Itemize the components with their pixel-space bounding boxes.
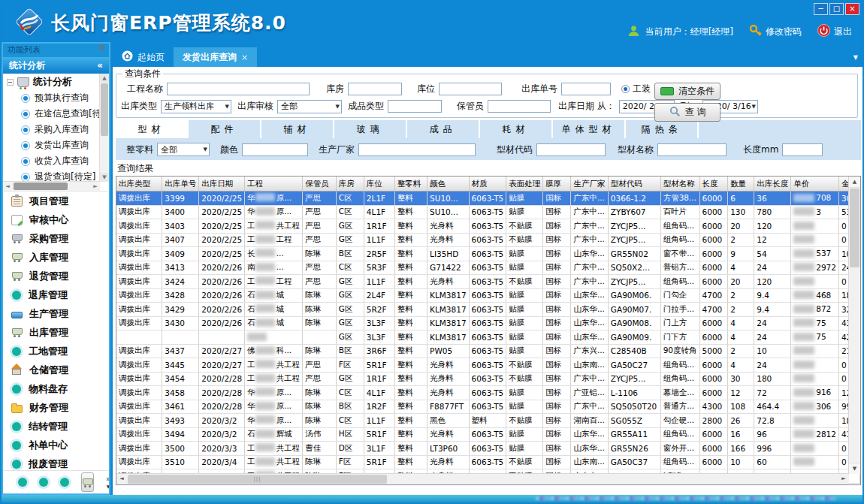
color-input[interactable]: [242, 143, 308, 156]
scroll-thumb[interactable]: [14, 183, 68, 190]
sidebar-menu-item[interactable]: 仓储管理: [3, 361, 109, 379]
scroll-thumb[interactable]: [850, 189, 859, 267]
audit-select[interactable]: 全部▼: [277, 100, 342, 113]
column-header[interactable]: 生产厂家: [571, 177, 608, 192]
tree-horizontal-scrollbar[interactable]: ◄ ►: [3, 181, 100, 191]
table-row[interactable]: 调拨出库34002020/2/25华原...严思C区4L1F整料SU10...6…: [116, 205, 860, 219]
more-modules-button[interactable]: » ▼: [106, 475, 110, 490]
scroll-up-icon[interactable]: ▲: [100, 74, 109, 83]
table-row[interactable]: 调拨出库34092020/2/25长...陈琳B区2R5F整料LI35HD606…: [116, 247, 860, 261]
close-button[interactable]: ×: [845, 3, 859, 15]
sidebar-menu-item[interactable]: 审核中心: [3, 210, 109, 229]
keeper-input[interactable]: [488, 100, 551, 113]
module-dot-icon[interactable]: [39, 478, 48, 487]
sidebar-menu-item[interactable]: 入库管理: [3, 248, 109, 267]
sidebar-menu-item[interactable]: 退货管理: [3, 267, 109, 285]
scroll-right-icon[interactable]: ►: [91, 182, 100, 191]
pin-icon[interactable]: [98, 44, 104, 57]
cart-module-button[interactable]: [81, 472, 94, 492]
table-row[interactable]: 调拨出库33992020/2/25华原...严思C区2L1F整料SU10...6…: [116, 192, 860, 206]
scroll-left-icon[interactable]: ◄: [116, 474, 127, 484]
table-row[interactable]: 调拨出库34292020/2/26石城陈琳G区5R2F整料KLM38176063…: [116, 303, 860, 317]
column-header[interactable]: 长度: [699, 177, 728, 192]
scroll-left-icon[interactable]: ◄: [3, 182, 12, 191]
tree-item[interactable]: 预算执行查询: [3, 90, 109, 106]
tree-vertical-scrollbar[interactable]: ▲ ▼: [99, 74, 109, 182]
column-header[interactable]: 膜厚: [543, 177, 571, 192]
scroll-down-icon[interactable]: ▼: [100, 173, 109, 182]
whole-piece-select[interactable]: 全部▼: [157, 143, 210, 156]
table-row[interactable]: 调拨出库34372020/2/27佛科...陈琳B区3R6F整料PW056063…: [116, 344, 860, 358]
column-header[interactable]: 型材代码: [608, 177, 660, 192]
column-header[interactable]: 材质: [469, 177, 506, 192]
column-header[interactable]: 库房: [336, 177, 364, 192]
sidebar-menu-item[interactable]: 生产管理: [3, 304, 109, 323]
material-tab[interactable]: 辅材: [261, 120, 334, 138]
material-tab[interactable]: 玻璃: [334, 120, 407, 138]
table-row[interactable]: 调拨出库34032020/2/25工共工程严思G区1R1F整料光身料6063-T…: [116, 219, 860, 234]
logout-button[interactable]: 退出: [817, 24, 852, 39]
scroll-down-icon[interactable]: ▼: [849, 463, 860, 474]
scroll-up-icon[interactable]: ▲: [849, 177, 860, 188]
column-header[interactable]: 出库类型: [116, 177, 162, 192]
table-row[interactable]: 调拨出库34582020/2/28华原...陈琳C区4L1F整料光身料6063-…: [116, 386, 860, 400]
sidebar-menu-item[interactable]: 补单中心: [3, 436, 109, 454]
sidebar-menu-item[interactable]: 报废管理: [3, 454, 109, 470]
sidebar-menu-item[interactable]: 财务管理: [3, 398, 109, 417]
column-header[interactable]: 整零料: [394, 177, 427, 192]
column-header[interactable]: 颜色: [427, 177, 470, 192]
table-horizontal-scrollbar[interactable]: ◄ ||| ►: [116, 473, 849, 484]
table-row[interactable]: 调拨出库34132020/2/26南...严思C区5R3F整料G71422606…: [116, 261, 860, 275]
manufacturer-input[interactable]: [358, 143, 476, 156]
tab-home[interactable]: 起始页: [113, 47, 174, 67]
change-password-button[interactable]: 修改密码: [749, 24, 802, 39]
sidebar-menu-item[interactable]: 结转管理: [3, 417, 109, 436]
table-row[interactable]: 调拨出库34942020/3/2石辉城汤伟H区5R1F整料光身料6063-T5贴…: [116, 427, 860, 442]
profile-code-input[interactable]: [536, 143, 606, 156]
maximize-button[interactable]: □: [829, 3, 844, 15]
column-header[interactable]: 型材名称: [660, 177, 699, 192]
tree-item[interactable]: 收货入库查询: [3, 153, 109, 169]
tree-root-node[interactable]: 统计分析: [3, 74, 109, 90]
column-header[interactable]: 表面处理: [506, 177, 543, 192]
table-row[interactable]: 调拨出库34242020/2/26工工程严思G区1L1F整料光身料6063-T5…: [116, 275, 860, 289]
column-header[interactable]: 保管员: [303, 177, 337, 192]
tree-item[interactable]: 发货出库查询: [3, 137, 109, 153]
material-tab[interactable]: 单体型材: [553, 120, 626, 138]
order-no-input[interactable]: [561, 83, 611, 95]
tab-close-icon[interactable]: ×: [241, 53, 248, 62]
table-row[interactable]: 调拨出库34932020/3/2华原...陈琳C区1L1F整料黑色塑料不贴膜国标…: [116, 414, 860, 428]
sidebar-menu-item[interactable]: 出库管理: [3, 323, 109, 342]
out-type-select[interactable]: 生产领料出库▼: [161, 100, 231, 113]
table-row[interactable]: 调拨出库34302020/2/26石城陈琳G区3L3F整料KLM38176063…: [116, 316, 860, 330]
profile-name-input[interactable]: [657, 143, 727, 156]
module-dot-icon[interactable]: [18, 478, 27, 487]
table-row[interactable]: 调拨出库34282020/2/26石城陈琳G区2L4F整料KLM38176063…: [116, 288, 860, 303]
scroll-thumb[interactable]: |||: [128, 475, 387, 484]
table-row[interactable]: 调拨出库34542020/2/28工共工程严思G区1R1F整料光身料6063-T…: [116, 372, 860, 386]
column-header[interactable]: 工程: [245, 177, 303, 192]
material-tab[interactable]: 隔热条: [626, 120, 699, 138]
tab-overflow-icon[interactable]: ▼: [853, 54, 858, 61]
table-row[interactable]: 调拨出库35102020/3/4工共工程陈琳F区5R1F整料光身料6063-T5…: [116, 455, 860, 469]
project-name-input[interactable]: [167, 83, 310, 95]
column-header[interactable]: 出库长度: [754, 177, 791, 192]
tab-shipping-query[interactable]: 发货出库查询 ×: [174, 47, 257, 67]
sidebar-menu-item[interactable]: 退库管理: [3, 285, 109, 304]
radio-selected-icon[interactable]: [621, 85, 630, 93]
material-tab[interactable]: 型材: [116, 120, 189, 138]
column-header[interactable]: 库位: [364, 177, 394, 192]
sidebar-menu-item[interactable]: 物料盘存: [3, 379, 109, 398]
material-tab[interactable]: 成品: [407, 120, 480, 138]
minimize-button[interactable]: ─: [814, 3, 828, 15]
table-row[interactable]: 调拨出库34452020/2/27工共工程严思F区5R1F整料光身料6063-T…: [116, 358, 860, 373]
collapse-chevron-icon[interactable]: «: [97, 57, 103, 74]
column-header[interactable]: 出库单号: [162, 177, 199, 192]
tree-item[interactable]: 采购入库查询: [3, 122, 109, 137]
table-row[interactable]: 调拨出库34072020/2/25工工程严思G区1L1F整料光身料6063-T5…: [116, 233, 860, 247]
module-dot-icon[interactable]: [60, 478, 69, 487]
location-input[interactable]: [439, 83, 502, 95]
warehouse-input[interactable]: [348, 83, 402, 95]
column-header[interactable]: 数量: [728, 177, 754, 192]
scroll-right-icon[interactable]: ►: [838, 474, 849, 484]
